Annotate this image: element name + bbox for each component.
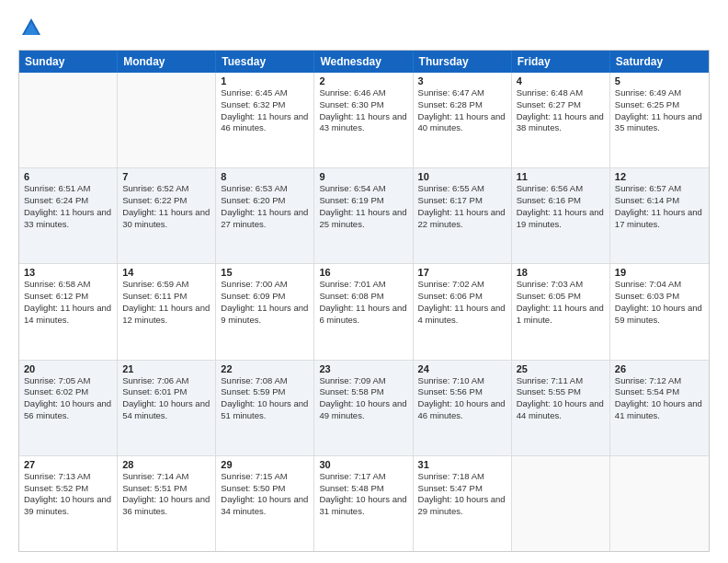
cell-line: Sunset: 5:55 PM — [517, 386, 605, 398]
cell-line: Sunset: 6:32 PM — [221, 99, 309, 111]
header-cell-monday: Monday — [118, 51, 216, 73]
day-number: 18 — [517, 267, 605, 278]
cell-line: Sunrise: 7:08 AM — [221, 375, 309, 387]
day-number: 31 — [418, 459, 506, 470]
cell-line: Sunset: 5:54 PM — [615, 386, 704, 398]
day-number: 29 — [221, 459, 309, 470]
calendar-cell-2-4: 17Sunrise: 7:02 AMSunset: 6:06 PMDayligh… — [414, 264, 512, 359]
day-number: 14 — [122, 267, 210, 278]
calendar-cell-4-1: 28Sunrise: 7:14 AMSunset: 5:51 PMDayligh… — [118, 456, 216, 551]
cell-line: Daylight: 11 hours and 27 minutes. — [221, 207, 309, 231]
cell-line: Sunset: 6:25 PM — [615, 99, 704, 111]
calendar-row-4: 27Sunrise: 7:13 AMSunset: 5:52 PMDayligh… — [19, 455, 709, 551]
day-number: 17 — [418, 267, 506, 278]
cell-line: Sunrise: 6:54 AM — [319, 183, 407, 195]
calendar-cell-3-1: 21Sunrise: 7:06 AMSunset: 6:01 PMDayligh… — [118, 361, 216, 455]
cell-line: Sunset: 6:22 PM — [122, 195, 210, 207]
calendar-cell-0-3: 2Sunrise: 6:46 AMSunset: 6:30 PMDaylight… — [314, 73, 413, 167]
day-number: 11 — [517, 171, 605, 182]
calendar-cell-2-3: 16Sunrise: 7:01 AMSunset: 6:08 PMDayligh… — [314, 264, 413, 359]
cell-line: Daylight: 11 hours and 17 minutes. — [615, 207, 704, 231]
cell-line: Sunrise: 7:13 AM — [24, 471, 112, 483]
calendar-cell-4-5 — [512, 456, 610, 551]
day-number: 1 — [221, 75, 309, 86]
header — [18, 15, 710, 40]
header-cell-friday: Friday — [512, 51, 610, 73]
day-number: 3 — [418, 75, 506, 86]
cell-line: Sunset: 6:19 PM — [319, 195, 407, 207]
day-number: 8 — [221, 171, 309, 182]
calendar-cell-0-2: 1Sunrise: 6:45 AMSunset: 6:32 PMDaylight… — [216, 73, 314, 167]
cell-line: Sunrise: 6:46 AM — [319, 87, 407, 99]
cell-line: Daylight: 11 hours and 35 minutes. — [615, 111, 704, 135]
cell-line: Daylight: 10 hours and 41 minutes. — [615, 398, 704, 422]
cell-line: Sunset: 5:52 PM — [24, 483, 112, 495]
cell-line: Daylight: 11 hours and 33 minutes. — [24, 207, 112, 231]
day-number: 27 — [24, 459, 112, 470]
cell-line: Sunrise: 6:52 AM — [122, 183, 210, 195]
cell-line: Sunrise: 7:14 AM — [122, 471, 210, 483]
cell-line: Sunset: 5:50 PM — [221, 483, 309, 495]
day-number: 6 — [24, 171, 112, 182]
day-number: 2 — [319, 75, 407, 86]
cell-line: Sunset: 6:09 PM — [221, 291, 309, 303]
calendar-cell-1-5: 11Sunrise: 6:56 AMSunset: 6:16 PMDayligh… — [512, 168, 610, 263]
cell-line: Daylight: 11 hours and 9 minutes. — [221, 303, 309, 327]
calendar-cell-1-4: 10Sunrise: 6:55 AMSunset: 6:17 PMDayligh… — [414, 168, 512, 263]
day-number: 10 — [418, 171, 506, 182]
cell-line: Sunrise: 7:04 AM — [615, 279, 704, 291]
day-number: 23 — [319, 363, 407, 374]
cell-line: Sunrise: 6:56 AM — [517, 183, 605, 195]
logo — [18, 15, 48, 40]
cell-line: Daylight: 11 hours and 19 minutes. — [517, 207, 605, 231]
cell-line: Daylight: 11 hours and 12 minutes. — [122, 303, 210, 327]
cell-line: Daylight: 10 hours and 34 minutes. — [221, 494, 309, 518]
day-number: 7 — [122, 171, 210, 182]
calendar-header-row: SundayMondayTuesdayWednesdayThursdayFrid… — [19, 51, 709, 73]
cell-line: Sunset: 6:06 PM — [418, 291, 506, 303]
cell-line: Daylight: 10 hours and 56 minutes. — [24, 398, 112, 422]
cell-line: Daylight: 11 hours and 1 minute. — [517, 303, 605, 327]
cell-line: Daylight: 10 hours and 49 minutes. — [319, 398, 407, 422]
cell-line: Daylight: 11 hours and 46 minutes. — [221, 111, 309, 135]
cell-line: Sunrise: 7:18 AM — [418, 471, 506, 483]
calendar-cell-2-2: 15Sunrise: 7:00 AMSunset: 6:09 PMDayligh… — [216, 264, 314, 359]
day-number: 20 — [24, 363, 112, 374]
cell-line: Sunrise: 7:06 AM — [122, 375, 210, 387]
cell-line: Sunrise: 7:09 AM — [319, 375, 407, 387]
cell-line: Daylight: 10 hours and 39 minutes. — [24, 494, 112, 518]
cell-line: Sunset: 6:27 PM — [517, 99, 605, 111]
day-number: 12 — [615, 171, 704, 182]
cell-line: Sunrise: 7:11 AM — [517, 375, 605, 387]
day-number: 24 — [418, 363, 506, 374]
cell-line: Daylight: 11 hours and 40 minutes. — [418, 111, 506, 135]
calendar-cell-0-5: 4Sunrise: 6:48 AMSunset: 6:27 PMDaylight… — [512, 73, 610, 167]
cell-line: Sunrise: 6:57 AM — [615, 183, 704, 195]
cell-line: Sunset: 5:48 PM — [319, 483, 407, 495]
cell-line: Sunset: 5:47 PM — [418, 483, 506, 495]
calendar-cell-3-0: 20Sunrise: 7:05 AMSunset: 6:02 PMDayligh… — [19, 361, 118, 455]
header-cell-tuesday: Tuesday — [216, 51, 314, 73]
calendar: SundayMondayTuesdayWednesdayThursdayFrid… — [18, 50, 710, 552]
cell-line: Daylight: 10 hours and 54 minutes. — [122, 398, 210, 422]
calendar-cell-3-4: 24Sunrise: 7:10 AMSunset: 5:56 PMDayligh… — [414, 361, 512, 455]
calendar-cell-3-5: 25Sunrise: 7:11 AMSunset: 5:55 PMDayligh… — [512, 361, 610, 455]
calendar-cell-4-4: 31Sunrise: 7:18 AMSunset: 5:47 PMDayligh… — [414, 456, 512, 551]
day-number: 13 — [24, 267, 112, 278]
calendar-cell-1-6: 12Sunrise: 6:57 AMSunset: 6:14 PMDayligh… — [610, 168, 709, 263]
cell-line: Sunrise: 6:55 AM — [418, 183, 506, 195]
day-number: 21 — [122, 363, 210, 374]
calendar-cell-4-3: 30Sunrise: 7:17 AMSunset: 5:48 PMDayligh… — [314, 456, 413, 551]
header-cell-sunday: Sunday — [19, 51, 118, 73]
cell-line: Daylight: 11 hours and 43 minutes. — [319, 111, 407, 135]
cell-line: Sunrise: 7:15 AM — [221, 471, 309, 483]
cell-line: Sunrise: 6:47 AM — [418, 87, 506, 99]
cell-line: Sunrise: 7:12 AM — [615, 375, 704, 387]
cell-line: Sunset: 5:56 PM — [418, 386, 506, 398]
day-number: 5 — [615, 75, 704, 86]
cell-line: Sunset: 6:20 PM — [221, 195, 309, 207]
cell-line: Daylight: 10 hours and 59 minutes. — [615, 303, 704, 327]
calendar-cell-0-4: 3Sunrise: 6:47 AMSunset: 6:28 PMDaylight… — [414, 73, 512, 167]
cell-line: Sunrise: 7:01 AM — [319, 279, 407, 291]
cell-line: Daylight: 11 hours and 4 minutes. — [418, 303, 506, 327]
